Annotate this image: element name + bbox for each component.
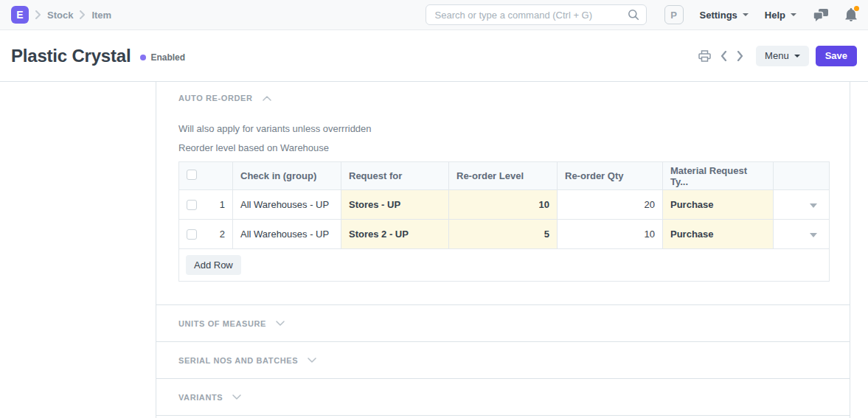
cell-material-request-type[interactable]: Purchase (663, 190, 774, 220)
cell-request-for[interactable]: Stores 2 - UP (341, 220, 449, 249)
help-menu[interactable]: Help (765, 10, 796, 21)
section-title: SERIAL NOS AND BATCHES (178, 356, 298, 365)
chevron-right-icon (80, 10, 85, 19)
variants-note: Will also apply for variants unless over… (178, 123, 827, 134)
grid-select-all-cell (179, 162, 233, 190)
user-avatar[interactable]: P (664, 5, 684, 24)
chevron-down-icon (276, 321, 285, 326)
navbar-right: P Settings Help (426, 4, 857, 25)
grid-footer: Add Row (179, 249, 830, 282)
row-expand-icon (810, 203, 817, 208)
grid-row-2: 2 All Warehouses - UP Stores 2 - UP 5 10… (179, 220, 830, 249)
grid-row-1: 1 All Warehouses - UP Stores - UP 10 20 … (179, 190, 830, 220)
row-expand-icon (810, 233, 817, 237)
section-units-of-measure[interactable]: UNITS OF MEASURE (156, 305, 850, 342)
grid-header-row: Check in (group) Request for Re-order Le… (179, 162, 830, 190)
grid-footer-row: Add Row (179, 249, 830, 282)
row-index: 1 (220, 199, 225, 210)
page-actions: Menu Save (689, 46, 857, 66)
section-variants[interactable]: VARIANTS (156, 379, 850, 416)
cell-request-for[interactable]: Stores - UP (341, 190, 449, 220)
select-all-checkbox[interactable] (187, 170, 197, 180)
settings-label: Settings (700, 10, 737, 21)
save-button[interactable]: Save (816, 46, 857, 66)
col-request-for: Request for (341, 162, 449, 190)
reorder-grid: Check in (group) Request for Re-order Le… (178, 161, 830, 282)
col-reorder-qty: Re-order Qty (558, 162, 663, 190)
cell-reorder-level[interactable]: 5 (449, 220, 558, 249)
search-input[interactable] (434, 9, 628, 21)
global-search[interactable] (426, 4, 647, 25)
col-check-in-group: Check in (group) (233, 162, 341, 190)
page-header: Plastic Crystal Enabled Menu Save (0, 30, 868, 82)
col-material-request-type: Material Request Ty... (663, 162, 774, 190)
cell-reorder-level[interactable]: 10 (449, 190, 558, 220)
row-select-cell: 2 (179, 220, 233, 249)
chevron-down-icon (308, 358, 316, 363)
chevron-right-icon (35, 10, 41, 19)
cell-check-in-group[interactable]: All Warehouses - UP (233, 190, 341, 220)
next-record-icon[interactable] (737, 51, 743, 61)
page-title: Plastic Crystal (11, 46, 131, 66)
row-expand-cell[interactable] (774, 190, 830, 220)
col-actions (774, 162, 830, 190)
row-index: 2 (220, 229, 225, 240)
form-container: AUTO RE-ORDER Will also apply for varian… (156, 82, 850, 418)
print-icon[interactable] (698, 50, 711, 62)
section-auto-reorder: AUTO RE-ORDER Will also apply for varian… (156, 82, 850, 305)
prev-record-icon[interactable] (721, 51, 727, 61)
section-auto-reorder-toggle[interactable]: AUTO RE-ORDER (178, 94, 827, 102)
cell-material-request-type[interactable]: Purchase (663, 220, 774, 249)
cell-reorder-qty[interactable]: 20 (558, 190, 663, 220)
chevron-down-icon (791, 13, 796, 16)
help-label: Help (765, 10, 785, 21)
chevron-up-icon (263, 96, 271, 101)
section-title: VARIANTS (178, 393, 223, 402)
status-indicator: Enabled (140, 52, 185, 63)
breadcrumb-item[interactable]: Item (91, 10, 111, 21)
row-select-cell: 1 (179, 190, 233, 220)
menu-button[interactable]: Menu (756, 46, 809, 66)
cell-check-in-group[interactable]: All Warehouses - UP (233, 220, 341, 249)
chevron-down-icon (232, 394, 241, 400)
section-title: UNITS OF MEASURE (178, 319, 266, 328)
app-logo[interactable]: E (11, 6, 29, 24)
search-icon (628, 9, 639, 21)
section-title: AUTO RE-ORDER (178, 94, 253, 102)
chat-icon[interactable] (813, 9, 828, 21)
chevron-down-icon (743, 13, 749, 16)
cell-reorder-qty[interactable]: 10 (558, 220, 663, 249)
col-reorder-level: Re-order Level (449, 162, 558, 190)
settings-menu[interactable]: Settings (700, 10, 749, 21)
breadcrumb-stock[interactable]: Stock (47, 10, 73, 21)
section-serial-nos-and-batches[interactable]: SERIAL NOS AND BATCHES (156, 342, 850, 379)
status-label: Enabled (150, 52, 185, 63)
menu-button-label: Menu (765, 50, 789, 61)
chevron-down-icon (794, 55, 800, 58)
row-checkbox[interactable] (187, 200, 197, 210)
status-dot-icon (140, 55, 146, 60)
reorder-grid-label: Reorder level based on Warehouse (178, 142, 827, 153)
row-expand-cell[interactable] (774, 220, 830, 249)
navbar: E Stock Item P Settings Help (0, 0, 868, 30)
notification-badge (854, 6, 859, 11)
row-checkbox[interactable] (187, 229, 197, 240)
add-row-button[interactable]: Add Row (186, 255, 241, 275)
notifications-bell-icon[interactable] (845, 8, 857, 21)
